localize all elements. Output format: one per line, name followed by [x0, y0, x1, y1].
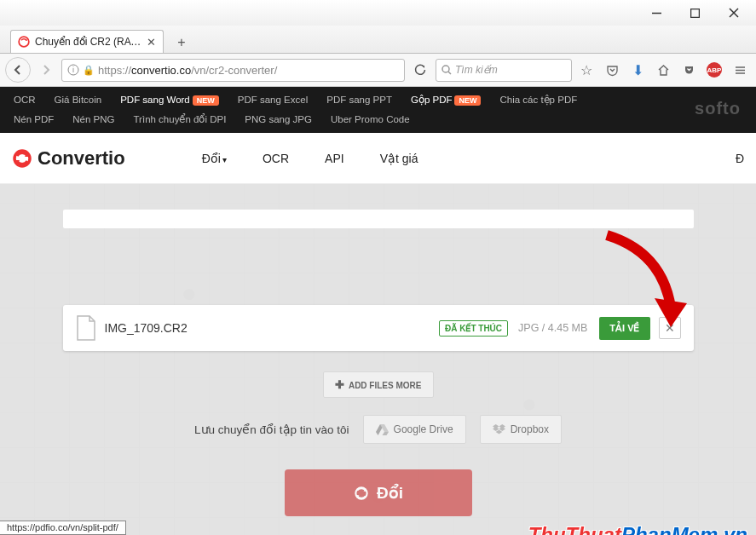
logo-text: Convertio: [38, 147, 125, 170]
lock-icon: 🔒: [83, 65, 95, 76]
top-links-bar: OCRGiá BitcoinPDF sang WordNEWPDF sang E…: [0, 87, 756, 133]
svg-marker-18: [382, 432, 389, 435]
svg-point-4: [19, 37, 29, 47]
top-link[interactable]: OCR: [14, 90, 36, 110]
svg-line-10: [448, 72, 451, 74]
top-link[interactable]: Chia các tệp PDF: [499, 90, 577, 110]
top-link[interactable]: Giá Bitcoin: [55, 90, 102, 110]
file-result-card: IMG_1709.CR2 ĐÃ KẾT THÚC JPG / 4.45 MB T…: [63, 305, 694, 351]
file-name: IMG_1709.CR2: [105, 321, 439, 335]
new-badge: NEW: [193, 95, 219, 106]
convertio-favicon-icon: [18, 36, 30, 48]
menu-icon[interactable]: [729, 59, 751, 81]
download-icon[interactable]: ⬇: [626, 59, 649, 81]
download-button[interactable]: TẢI VỀ: [599, 317, 649, 340]
top-link[interactable]: PDF sang WordNEW: [120, 90, 219, 110]
status-badge: ĐÃ KẾT THÚC: [439, 320, 508, 337]
svg-marker-8: [422, 66, 424, 68]
url-path: /vn/cr2-converter/: [191, 64, 277, 77]
status-bar: https://pdfio.co/vn/split-pdf/: [0, 521, 126, 535]
google-drive-button[interactable]: Google Drive: [363, 415, 466, 444]
tab-title: Chuyển đổi CR2 (RAW) (Trự...: [35, 36, 141, 48]
svg-point-9: [442, 66, 449, 72]
nav-item[interactable]: Đổi▾: [202, 152, 227, 165]
nav-item[interactable]: Vật giá: [380, 152, 418, 165]
forward-button[interactable]: [34, 58, 58, 82]
save-destination-row: Lưu chuyển đổi tập tin vào tôi Google Dr…: [63, 415, 694, 444]
content-area: IMG_1709.CR2 ĐÃ KẾT THÚC JPG / 4.45 MB T…: [0, 184, 756, 535]
pocket-save-icon[interactable]: [678, 59, 700, 81]
add-files-label: ADD FILES MORE: [349, 381, 422, 390]
softo-logo: softo: [695, 99, 741, 118]
chevron-down-icon: ▾: [222, 155, 227, 164]
close-window-button[interactable]: [714, 1, 753, 25]
maximize-button[interactable]: [676, 1, 714, 25]
top-link[interactable]: Gộp PDFNEW: [411, 90, 482, 110]
browser-tab[interactable]: Chuyển đổi CR2 (RAW) (Trự... ✕: [10, 30, 164, 53]
top-link[interactable]: Uber Promo Code: [331, 110, 410, 129]
svg-marker-24: [495, 429, 502, 434]
home-icon[interactable]: [652, 59, 674, 81]
top-link[interactable]: PDF sang Excel: [238, 90, 308, 110]
save-label: Lưu chuyển đổi tập tin vào tôi: [194, 423, 349, 436]
top-link[interactable]: PDF sang PPT: [326, 90, 392, 110]
abp-icon[interactable]: ABP: [703, 59, 725, 81]
address-bar[interactable]: i 🔒 https://convertio.co/vn/cr2-converte…: [61, 59, 405, 82]
top-white-strip: [63, 210, 694, 228]
right-nav-item[interactable]: Đ: [736, 152, 744, 165]
convert-icon: [353, 485, 370, 502]
dropbox-icon: [493, 424, 505, 435]
svg-rect-1: [691, 9, 700, 17]
search-icon: [441, 65, 452, 75]
new-tab-button[interactable]: +: [170, 32, 193, 53]
browser-toolbar: i 🔒 https://convertio.co/vn/cr2-converte…: [0, 54, 756, 87]
search-box[interactable]: Tìm kiếm: [436, 59, 572, 82]
info-icon: i: [67, 64, 79, 76]
top-link[interactable]: Trình chuyển đổi DPI: [134, 110, 227, 129]
add-files-button[interactable]: ✚ ADD FILES MORE: [323, 371, 434, 398]
top-link[interactable]: Nén PDF: [14, 110, 54, 129]
pocket-icon[interactable]: [601, 59, 623, 81]
convert-label: Đổi: [377, 483, 403, 503]
top-link[interactable]: PNG sang JPG: [245, 110, 312, 129]
window-titlebar: [0, 0, 756, 26]
remove-file-button[interactable]: ✕: [659, 317, 681, 339]
watermark: ThuThuatPhanMem.vn: [528, 523, 747, 535]
convertio-logo-icon: [12, 148, 32, 169]
plus-icon: ✚: [335, 378, 344, 391]
main-nav: Convertio Đổi▾OCRAPIVật giá Đ: [0, 133, 756, 184]
convert-button[interactable]: Đổi: [285, 469, 472, 516]
top-link[interactable]: Nén PNG: [72, 110, 114, 129]
nav-item[interactable]: OCR: [263, 152, 289, 165]
dropbox-button[interactable]: Dropbox: [480, 415, 562, 444]
google-drive-icon: [376, 424, 389, 435]
convertio-logo[interactable]: Convertio: [12, 147, 125, 170]
url-protocol: https://: [98, 64, 131, 77]
reload-button[interactable]: [408, 58, 432, 82]
svg-text:i: i: [72, 66, 74, 74]
tab-close-icon[interactable]: ✕: [147, 36, 156, 49]
browser-tab-bar: Chuyển đổi CR2 (RAW) (Trự... ✕ +: [0, 26, 756, 54]
search-placeholder: Tìm kiếm: [455, 64, 498, 76]
new-badge: NEW: [454, 95, 481, 106]
bookmark-star-icon[interactable]: ☆: [575, 59, 597, 81]
minimize-button[interactable]: [638, 1, 676, 25]
file-icon: [76, 315, 96, 341]
back-button[interactable]: [5, 57, 31, 83]
file-info: JPG / 4.45 MB: [518, 322, 587, 334]
nav-item[interactable]: API: [325, 152, 344, 165]
url-host: convertio.co: [131, 64, 191, 77]
